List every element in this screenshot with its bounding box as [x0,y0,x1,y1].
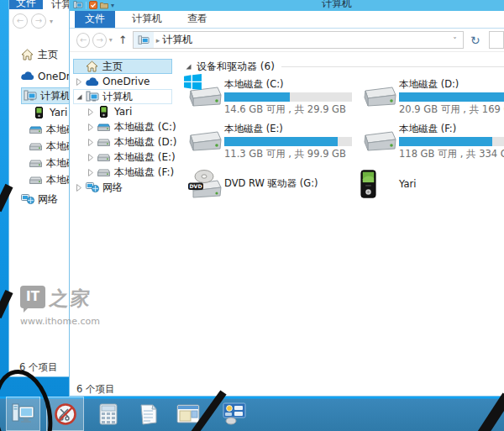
hard-disk-icon [360,77,399,116]
taskbar [0,397,504,431]
navigation-pane: 主页 OneDrive 计算机 Yari [70,52,176,382]
drive-name: Yari [399,178,416,190]
capacity-bar [399,92,504,102]
taskbar-notepad-button[interactable] [133,397,163,431]
sidebar-item-network[interactable]: 网络 [73,180,172,195]
history-dropdown-icon[interactable]: ▾ [109,36,113,44]
calculator-icon [99,403,118,425]
toolbar-divider [86,2,87,9]
taskbar-snipping-tool-button[interactable] [46,397,84,431]
cloud-icon [19,71,35,81]
drive-item-yari[interactable]: Yari [360,166,504,200]
hard-disk-icon [96,169,112,176]
expander-collapsed-icon[interactable] [86,139,96,146]
address-dropdown-icon[interactable]: ˅ [447,36,463,45]
breadcrumb-separator-icon: ▸ [156,36,160,45]
drive-item-e[interactable]: 本地磁盘 (E:) 11.3 GB 可用 , 共 99.9 GB [186,122,360,160]
sidebar-item-yari[interactable]: Yari [73,104,172,119]
drive-details: 11.3 GB 可用 , 共 99.9 GB [224,148,352,160]
up-button[interactable]: ↑ [118,34,128,46]
taskbar-calculator-button[interactable] [94,397,123,431]
expander-expanded-icon[interactable] [74,94,84,100]
capacity-bar [224,92,352,102]
capacity-bar [224,137,352,146]
home-icon [84,60,100,72]
hard-disk-icon [28,143,44,150]
drives-grid: 本地磁盘 (C:) 14.6 GB 可用 , 共 29.9 GB 本地磁盘 (D… [186,77,504,200]
search-box[interactable] [489,31,504,49]
phone-icon [360,167,399,199]
content-pane: 设备和驱动器 (6) 本地磁盘 (C:) 14.6 GB 可用 , 共 [176,52,504,382]
title-bar[interactable]: ▾ 计算机 [70,0,504,11]
navigation-bar: ← → ▾ ↑ ▸ 计算机 ˅ ↻ [70,29,504,52]
hard-disk-icon [28,126,44,134]
sidebar-item-disk-d[interactable]: 本地磁盘 (D:) [73,134,172,150]
drive-name: 本地磁盘 (F:) [399,123,504,136]
refresh-button[interactable]: ↻ [468,34,483,47]
drive-name: DVD RW 驱动器 (G:) [224,177,318,190]
drive-item-dvd[interactable]: DVD DVD RW 驱动器 (G:) [186,166,360,200]
forward-button[interactable]: → [31,13,46,29]
expander-collapsed-icon[interactable] [86,108,96,116]
tab-file[interactable]: 文件 [75,10,115,28]
drive-details: 20.9 GB 可用 , 共 169 GB [399,103,504,116]
sidebar-item-home[interactable]: 主页 [73,59,172,74]
group-rule [281,66,504,67]
expander-collapsed-icon[interactable] [74,78,84,86]
windows-flag-icon [184,74,202,90]
network-icon [19,194,35,204]
qat-dropdown-icon[interactable]: ▾ [111,2,114,9]
new-folder-icon[interactable] [100,2,108,9]
hard-disk-icon [360,122,399,160]
group-title: 设备和驱动器 (6) [197,60,275,74]
drive-item-d[interactable]: 本地磁盘 (D:) 20.9 GB 可用 , 共 169 GB [360,77,504,116]
taskbar-control-panel-button[interactable] [217,397,250,431]
network-icon [84,182,100,192]
sidebar-item-disk-c[interactable]: 本地磁盘 (C:) [73,119,172,134]
tab-file[interactable]: 文件 [9,0,43,9]
computer-icon[interactable] [73,1,83,9]
drive-item-c[interactable]: 本地磁盘 (C:) 14.6 GB 可用 , 共 29.9 GB [186,77,360,116]
hard-disk-icon [96,124,112,131]
location-computer-icon [134,32,154,48]
capacity-bar [399,137,504,146]
back-button[interactable]: ← [13,13,28,29]
drive-name: 本地磁盘 (C:) [224,78,352,92]
drive-name: 本地磁盘 (E:) [224,123,352,136]
ribbon-tabs: 文件 计算机 查看 [70,11,504,29]
taskbar-command-window-button[interactable] [172,397,204,431]
explorer-window: ▾ 计算机 文件 计算机 查看 ← → ▾ ↑ ▸ 计算机 ˅ ↻ [69,0,504,397]
taskbar-file-explorer-button[interactable] [6,397,40,431]
back-button[interactable]: ← [76,33,90,48]
sidebar-item-computer[interactable]: 计算机 [73,89,172,104]
hard-disk-icon [96,154,112,161]
computer-icon [84,91,100,102]
tab-computer[interactable]: 计算机 [122,10,172,28]
sidebar-item-disk-f[interactable]: 本地磁盘 (F:) [73,165,172,180]
cloud-icon [84,77,100,87]
phone-icon [96,106,112,118]
hard-disk-icon [28,160,44,167]
expander-collapsed-icon[interactable] [74,184,84,192]
hard-disk-icon [186,122,224,160]
group-header[interactable]: 设备和驱动器 (6) [186,60,504,72]
desktop: 文件 计算机 ← → ▾ 主页 OneDrive 计算机 [0,0,504,431]
hard-disk-icon [28,176,44,184]
history-dropdown-icon[interactable]: ▾ [50,18,53,25]
drive-item-f[interactable]: 本地磁盘 (F:) 118 GB 可用 , 共 334 GB [360,122,504,160]
status-bar: 6 个项目 [70,382,504,397]
sidebar-item-onedrive[interactable]: OneDrive [73,74,172,89]
breadcrumb-location[interactable]: 计算机 [162,33,192,47]
expander-collapsed-icon[interactable] [86,154,96,161]
forward-button[interactable]: → [92,33,106,48]
snipping-tool-icon [54,402,77,426]
properties-icon[interactable] [89,1,97,9]
expander-collapsed-icon[interactable] [86,169,96,176]
expander-collapsed-icon[interactable] [86,124,96,131]
sidebar-item-disk-e[interactable]: 本地磁盘 (E:) [73,150,172,165]
drive-details: 118 GB 可用 , 共 334 GB [399,148,504,160]
svg-text:DVD: DVD [189,183,202,189]
tab-view[interactable]: 查看 [177,10,218,28]
address-bar[interactable]: ▸ 计算机 ˅ [133,31,464,49]
hard-disk-icon [96,139,112,146]
